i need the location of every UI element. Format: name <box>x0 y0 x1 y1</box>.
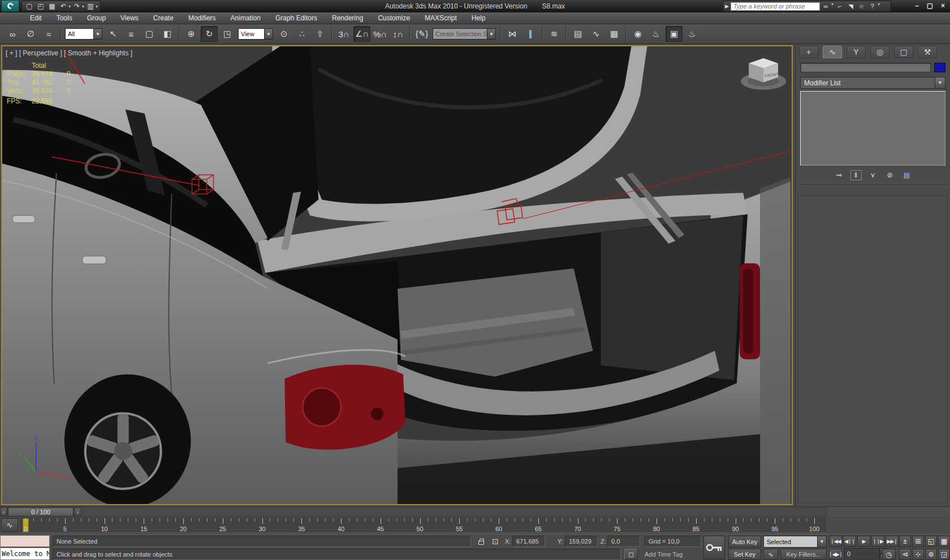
edit-named-selection-sets-button[interactable]: {✎} <box>413 26 430 42</box>
subscription-key-icon[interactable]: ⌐ <box>836 2 844 11</box>
menu-create[interactable]: Create <box>146 12 181 24</box>
render-setup-button[interactable]: ♨ <box>647 26 664 42</box>
maxscript-mini-listener-macro-line[interactable] <box>0 535 50 547</box>
pin-stack-button[interactable]: ⊸ <box>834 170 845 180</box>
menu-edit[interactable]: Edit <box>23 12 49 24</box>
modifier-stack[interactable] <box>800 91 945 166</box>
project-folder-button-caret-icon[interactable]: ▾ <box>96 4 98 9</box>
menu-views[interactable]: Views <box>113 12 146 24</box>
isolate-toggle-icon[interactable]: ◻ <box>624 549 638 560</box>
redo-button-caret-icon[interactable]: ▾ <box>82 4 84 9</box>
add-time-tag[interactable]: Add Time Tag <box>645 551 683 558</box>
keyboard-shortcut-override-toggle-button[interactable]: ⇧ <box>312 26 329 42</box>
align-button[interactable]: ∥ <box>522 26 539 42</box>
rendered-frame-window-button[interactable]: ▣ <box>666 26 683 42</box>
tab-create[interactable]: + <box>799 46 818 58</box>
set-key-button[interactable]: Set Key <box>728 549 761 560</box>
undo-button-caret-icon[interactable]: ▾ <box>68 4 71 9</box>
new-file-button[interactable]: ▢ <box>24 2 34 11</box>
bind-to-space-warp-button[interactable]: ≈ <box>40 26 57 42</box>
z-coordinate-field[interactable]: 0,0 <box>607 536 640 547</box>
undo-button[interactable]: ↶ <box>58 2 68 11</box>
open-file-button[interactable]: ◰ <box>36 2 46 11</box>
track-bar-ruler[interactable]: 0510152025303540455055606570758085909510… <box>20 518 826 533</box>
modifier-list-dropdown[interactable]: Modifier List ▼ <box>800 77 945 89</box>
tab-utilities[interactable]: ⚒ <box>918 46 937 58</box>
render-production-button[interactable]: ♨ <box>684 26 701 42</box>
field-of-view-button[interactable]: ⊲ <box>899 549 911 560</box>
zoom-all-button[interactable]: ⊞ <box>912 536 924 547</box>
make-unique-button[interactable]: ⋎ <box>867 170 879 180</box>
select-object-button[interactable]: ↖ <box>105 26 122 42</box>
menu-modifiers[interactable]: Modifiers <box>181 12 223 24</box>
save-file-button[interactable]: ▦ <box>47 2 57 11</box>
show-end-result-button[interactable]: ‖ <box>850 170 862 180</box>
select-by-name-button[interactable]: ≡ <box>123 26 140 42</box>
current-frame-field[interactable]: 0 <box>844 548 880 559</box>
tab-display[interactable]: ▢ <box>894 46 913 58</box>
minimize-button[interactable]: – <box>912 1 922 10</box>
key-mode-toggle-button[interactable]: ❘◀▶❘ <box>829 549 842 560</box>
maxscript-mini-listener-line[interactable]: Welcome to M <box>0 548 50 560</box>
communication-center-icon[interactable]: ◥ <box>847 2 855 11</box>
application-menu-button[interactable] <box>1 0 19 12</box>
reference-coordinate-system-dropdown[interactable]: View▼ <box>238 28 273 40</box>
redo-button[interactable]: ↷ <box>72 2 82 11</box>
rectangular-selection-region-button[interactable]: ▢ <box>141 26 158 42</box>
perspective-viewport[interactable]: FRONT x y z [ + ] [ Perspective ] [ Smoo… <box>1 45 793 505</box>
time-slider-handle[interactable]: 0 / 100 <box>8 507 74 516</box>
menu-rendering[interactable]: Rendering <box>325 12 370 24</box>
tab-motion[interactable]: ◎ <box>870 46 889 58</box>
menu-help[interactable]: Help <box>464 12 493 24</box>
time-slider-track[interactable] <box>83 507 827 516</box>
zoom-extents-all-button[interactable]: ▦ <box>938 536 950 547</box>
default-in-out-tangents-button[interactable]: ∿ <box>763 549 778 560</box>
angle-snap-toggle-button[interactable]: ∠∩ <box>353 26 370 42</box>
close-button[interactable]: × <box>938 1 948 10</box>
tab-modify[interactable]: ∿ <box>823 46 842 58</box>
absolute-mode-transform-toggle[interactable]: ⊡ <box>489 536 502 546</box>
orbit-button[interactable]: ⊚ <box>925 549 937 560</box>
menu-customize[interactable]: Customize <box>370 12 417 24</box>
viewport-label[interactable]: [ + ] [ Perspective ] [ Smooth + Highlig… <box>6 49 132 57</box>
auto-key-button[interactable]: Auto Key <box>728 536 761 548</box>
spinner-snap-toggle-button[interactable]: ↕∩ <box>390 26 407 42</box>
window-crossing-toggle-button[interactable]: ◧ <box>159 26 176 42</box>
select-and-move-button[interactable]: ⊕ <box>183 26 200 42</box>
select-and-manipulate-button[interactable]: ∴ <box>293 26 310 42</box>
zoom-extents-button[interactable]: ◱ <box>925 536 937 547</box>
configure-modifier-sets-button[interactable]: ▤ <box>901 170 913 180</box>
infocenter-expand-icon[interactable]: ▶ <box>725 3 729 9</box>
select-and-link-button[interactable]: ∞ <box>4 26 21 42</box>
select-and-uniform-scale-button[interactable]: ◳ <box>219 26 236 42</box>
menu-graph-editors[interactable]: Graph Editors <box>268 12 325 24</box>
key-filters-button[interactable]: Key Filters... <box>780 549 827 560</box>
search-icon[interactable]: ∞ <box>822 2 830 11</box>
maximize-viewport-toggle-button[interactable]: ◲ <box>938 549 950 560</box>
percent-snap-toggle-button[interactable]: %∩ <box>372 26 388 42</box>
selection-lock-toggle[interactable] <box>475 536 487 546</box>
mirror-button[interactable]: ⋈ <box>504 26 521 42</box>
remove-modifier-button[interactable]: ⊘ <box>884 170 896 180</box>
next-frame-button[interactable]: ❘❘▶ <box>871 536 884 547</box>
material-editor-button[interactable]: ◉ <box>629 26 646 42</box>
set-keys-button[interactable] <box>703 536 725 559</box>
project-folder-button[interactable]: ▥ <box>85 2 96 11</box>
unlink-selection-button[interactable]: ∅ <box>22 26 39 42</box>
menu-group[interactable]: Group <box>80 12 113 24</box>
time-configuration-button[interactable]: ◷ <box>882 549 896 560</box>
graphite-modeling-tools-button[interactable]: ▤ <box>569 26 586 42</box>
viewport-3d-scene[interactable]: FRONT x y z <box>2 46 792 504</box>
tab-hierarchy[interactable]: Y <box>847 46 866 58</box>
favorites-star-icon[interactable]: ☆ <box>857 2 866 11</box>
use-pivot-point-center-button[interactable]: ⊙ <box>275 26 292 42</box>
play-animation-button[interactable]: ▶ <box>857 536 870 547</box>
previous-frame-arrow-button[interactable]: ‹ <box>0 507 7 516</box>
chevron-down-icon[interactable]: ▼ <box>93 29 102 39</box>
next-frame-arrow-button[interactable]: › <box>74 507 81 516</box>
x-coordinate-field[interactable]: 671,685 <box>512 536 545 547</box>
select-and-rotate-button[interactable]: ↻ <box>201 26 218 42</box>
go-to-end-button[interactable]: ▶▶❘ <box>886 536 899 547</box>
object-name-field[interactable] <box>800 63 931 72</box>
snaps-toggle-3d-button[interactable]: 3∩ <box>335 26 352 42</box>
